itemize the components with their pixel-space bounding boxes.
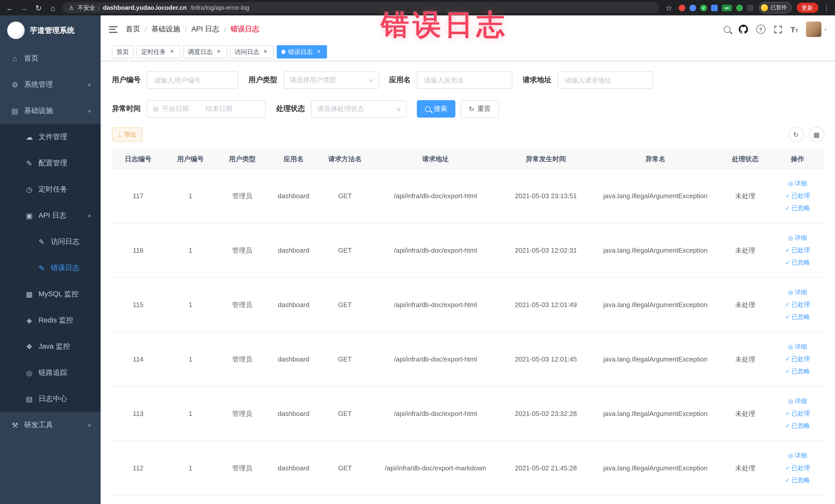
app-logo[interactable]: 芋道管理系统 (0, 15, 101, 45)
reload-icon[interactable]: ↻ (34, 4, 43, 12)
database-icon: ▦ (25, 290, 34, 298)
tab-访问日志[interactable]: 访问日志× (230, 45, 273, 59)
hamburger-icon[interactable] (109, 26, 118, 33)
cell: GET (319, 410, 371, 418)
tab-首页[interactable]: 首页 (112, 45, 134, 59)
cell: 117 (112, 192, 164, 200)
action-detail[interactable]: ◎详细 (788, 233, 807, 244)
sidebar-item-access-log[interactable]: ✎访问日志 (0, 228, 101, 255)
action-processed[interactable]: ✓已处理 (785, 462, 810, 474)
back-icon[interactable]: ← (5, 4, 14, 12)
sidebar-item-label: 链路追踪 (39, 368, 67, 377)
sidebar-item-redis-monitor[interactable]: ◈Redis 监控 (0, 307, 101, 333)
cell: GET (319, 246, 371, 254)
breadcrumb-item[interactable]: 基础设施 (151, 25, 180, 34)
action-ignored[interactable]: ✓已忽略 (785, 203, 810, 214)
navbar-actions: ? TT ▾ (724, 22, 827, 37)
check-icon: ✓ (785, 423, 790, 429)
bookmark-star-icon[interactable]: ☆ (664, 4, 674, 12)
fullscreen-icon[interactable] (774, 25, 782, 34)
forward-icon[interactable]: → (20, 4, 29, 12)
browser-update-button[interactable]: 更新 (796, 3, 818, 13)
action-processed[interactable]: ✓已处理 (785, 299, 810, 310)
date-range-picker[interactable]: ⊞ 开始日期 - 结束日期 (147, 100, 266, 118)
export-button[interactable]: ↓ 导出 (112, 127, 142, 142)
github-icon[interactable] (739, 25, 748, 34)
breadcrumb-item[interactable]: API 日志 (191, 25, 220, 34)
sidebar-item-infrastructure[interactable]: ▤基础设施∧ (0, 98, 101, 124)
ext-green-v-icon[interactable]: V (700, 4, 707, 11)
tab-错误日志[interactable]: 错误日志× (277, 45, 327, 59)
action-processed[interactable]: ✓已处理 (785, 190, 810, 202)
action-processed[interactable]: ✓已处理 (785, 408, 810, 419)
close-tab-icon[interactable]: × (262, 48, 269, 56)
sidebar-item-scheduled-job[interactable]: ◷定时任务 (0, 176, 101, 202)
action-ignored[interactable]: ✓已忽略 (785, 257, 810, 268)
close-tab-icon[interactable]: × (168, 48, 176, 56)
action-detail[interactable]: ◎详细 (788, 178, 807, 189)
sidebar-item-link-trace[interactable]: ◎链路追踪 (0, 360, 101, 386)
reset-button[interactable]: ↻ 重置 (461, 100, 499, 118)
sidebar-item-config-mgmt[interactable]: ✎配置管理 (0, 150, 101, 176)
sidebar-item-api-log[interactable]: ▣API 日志∧ (0, 202, 101, 228)
app-name-field[interactable] (417, 72, 512, 89)
ext-red-icon[interactable] (679, 4, 685, 11)
request-url-input[interactable] (564, 76, 647, 84)
browser-home-icon[interactable]: ⌂ (48, 4, 58, 12)
browser-menu-icon[interactable]: ⋮ (823, 4, 830, 12)
sidebar-item-system-mgmt[interactable]: ⚙系统管理∨ (0, 72, 101, 98)
tab-调度日志[interactable]: 调度日志× (183, 45, 227, 59)
refresh-button[interactable]: ↻ (788, 127, 804, 142)
security-warning-icon: ⚠ (69, 4, 74, 11)
table-row: 1131管理员dashboardGET/api/infra/db-doc/exp… (112, 387, 824, 441)
font-size-icon[interactable]: TT (791, 25, 798, 34)
eye-icon: ◎ (25, 368, 34, 377)
security-label[interactable]: 不安全 (78, 4, 95, 12)
action-detail[interactable]: ◎详细 (788, 287, 807, 298)
sidebar-item-home[interactable]: ⌂首页 (0, 45, 101, 72)
ext-puzzle-icon[interactable] (747, 4, 754, 11)
sidebar-item-dev-tools[interactable]: ⚒研发工具∨ (0, 412, 101, 438)
close-tab-icon[interactable]: × (315, 48, 322, 56)
address-bar[interactable]: ⚠ 不安全 dashboard.yudao.iocoder.cn/infra/l… (63, 2, 659, 13)
action-processed[interactable]: ✓已处理 (785, 245, 810, 256)
action-ignored[interactable]: ✓已忽略 (785, 366, 810, 377)
sidebar-item-log-center[interactable]: ▤日志中心 (0, 386, 101, 412)
tab-定时任务[interactable]: 定时任务× (137, 45, 180, 59)
column-header: 操作 (771, 150, 824, 168)
cell: 115 (112, 301, 164, 309)
ext-blue-grid-icon[interactable] (711, 4, 718, 11)
action-ignored[interactable]: ✓已忽略 (785, 475, 810, 486)
cell: 2021-05-03 12:02:31 (501, 246, 591, 254)
action-ignored[interactable]: ✓已忽略 (785, 311, 810, 323)
help-icon[interactable]: ? (756, 25, 766, 34)
action-ignored[interactable]: ✓已忽略 (785, 420, 810, 431)
ext-on-badge-icon[interactable]: on (722, 4, 732, 11)
close-tab-icon[interactable]: × (215, 48, 222, 56)
ext-green-leaf-icon[interactable] (736, 4, 743, 11)
column-settings-button[interactable]: ▦ (809, 127, 824, 142)
user-id-field[interactable] (147, 72, 238, 89)
sidebar-item-label: 基础设施 (24, 106, 53, 115)
process-status-select[interactable]: 请选择处理状态 ∨ (311, 100, 407, 118)
sidebar-item-error-log[interactable]: ✎错误日志 (0, 255, 101, 281)
request-url-field[interactable] (557, 72, 653, 89)
search-icon[interactable] (724, 26, 731, 33)
user-id-input[interactable] (153, 76, 232, 84)
app-name-input[interactable] (423, 76, 506, 84)
sidebar-item-mysql-monitor[interactable]: ▦MySQL 监控 (0, 281, 101, 307)
user-menu[interactable]: ▾ (806, 22, 827, 37)
profile-paused-badge[interactable]: 已暂停 (759, 2, 791, 13)
user-type-select[interactable]: 请选择用户类型 ∨ (283, 72, 379, 89)
action-processed[interactable]: ✓已处理 (785, 354, 810, 365)
sidebar-item-file-mgmt[interactable]: ☁文件管理 (0, 124, 101, 150)
search-button[interactable]: 搜索 (417, 100, 455, 118)
action-detail[interactable]: ◎详细 (788, 396, 807, 407)
action-detail[interactable]: ◎详细 (788, 450, 807, 461)
sidebar-item-java-monitor[interactable]: ❖Java 监控 (0, 333, 101, 360)
document-icon: ▣ (25, 211, 34, 220)
cell: 2021-05-03 23:13:51 (501, 192, 591, 200)
breadcrumb-item[interactable]: 首页 (126, 25, 140, 34)
action-detail[interactable]: ◎详细 (788, 341, 807, 352)
ext-blue-drop-icon[interactable] (690, 4, 696, 11)
